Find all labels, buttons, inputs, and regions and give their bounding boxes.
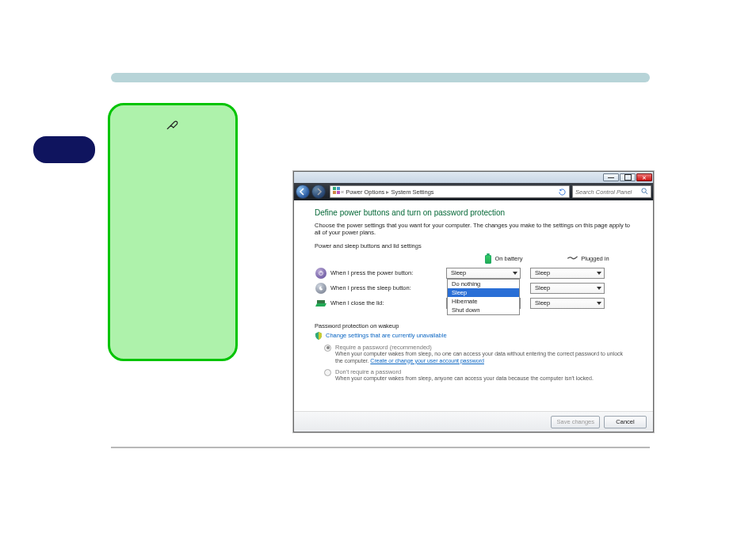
change-unavailable-link[interactable]: Change settings that are currently unava… — [326, 332, 447, 339]
password-section-head: Password protection on wakeup — [315, 322, 632, 329]
control-panel-icon — [333, 187, 341, 196]
sidebar-pill — [33, 136, 95, 163]
power-button-icon — [315, 267, 327, 280]
col-on-battery: On battery — [462, 254, 546, 264]
sleep-button-icon — [315, 282, 327, 295]
radio-dont-head: Don't require a password — [335, 368, 594, 375]
sleep-plugged-value: Sleep — [535, 284, 550, 291]
row-power-label: When I press the power button: — [330, 269, 446, 276]
system-settings-window: « Power Options ▸ System Settings Search… — [293, 171, 654, 432]
breadcrumb-sep: ▸ — [386, 188, 389, 196]
search-placeholder: Search Control Panel — [575, 188, 632, 196]
shield-icon — [315, 332, 323, 340]
lid-plugged-value: Sleep — [535, 299, 550, 306]
page-title: Define power buttons and turn on passwor… — [315, 208, 632, 217]
radio-require-password: Require a password (recommended) When yo… — [324, 344, 632, 365]
battery-icon — [485, 254, 491, 264]
option-hibernate[interactable]: Hibernate — [448, 297, 519, 306]
minimize-button[interactable] — [603, 173, 619, 181]
refresh-icon[interactable] — [557, 188, 567, 196]
lid-icon — [315, 297, 327, 310]
svg-rect-3 — [337, 191, 340, 194]
svg-rect-1 — [337, 187, 340, 190]
breadcrumb-bar[interactable]: « Power Options ▸ System Settings — [330, 185, 570, 198]
svg-rect-2 — [333, 191, 336, 194]
radio-dont-require: Don't require a password When your compu… — [324, 368, 632, 383]
section-head: Power and sleep buttons and lid settings — [315, 242, 632, 249]
radio-require-input — [324, 345, 331, 352]
content-area: Define power buttons and turn on passwor… — [294, 200, 653, 393]
maximize-button[interactable] — [620, 173, 636, 181]
dialog-footer: Save changes Cancel — [294, 411, 653, 432]
forward-button[interactable] — [311, 185, 326, 199]
breadcrumb-sep: « — [341, 188, 344, 196]
save-button[interactable]: Save changes — [551, 416, 600, 428]
create-password-link[interactable]: Create or change your user account passw… — [370, 358, 484, 364]
col-battery-label: On battery — [494, 255, 522, 262]
plug-icon — [567, 254, 578, 264]
svg-line-5 — [646, 192, 648, 194]
breadcrumb-2[interactable]: System Settings — [391, 188, 433, 196]
radio-dont-require-input — [324, 369, 331, 376]
back-button[interactable] — [296, 185, 310, 199]
page-top-divider — [111, 73, 650, 82]
columns-header: On battery Plugged in — [330, 254, 632, 264]
col-plugged-in: Plugged in — [546, 254, 630, 264]
cancel-button[interactable]: Cancel — [604, 416, 647, 428]
chevron-down-icon — [597, 287, 601, 290]
power-battery-value: Sleep — [451, 269, 466, 276]
row-lid-label: When I close the lid: — [330, 299, 446, 306]
close-button[interactable] — [636, 173, 652, 181]
power-plugged-value: Sleep — [535, 269, 550, 276]
breadcrumb-1[interactable]: Power Options — [346, 188, 384, 196]
page-desc: Choose the power settings that you want … — [315, 222, 632, 237]
radio-require-body: When your computer wakes from sleep, no … — [335, 351, 628, 365]
window-titlebar — [294, 172, 653, 183]
page-bottom-divider — [111, 447, 650, 448]
pin-icon — [166, 116, 180, 134]
search-input[interactable]: Search Control Panel — [572, 185, 651, 198]
option-sleep[interactable]: Sleep — [448, 288, 519, 297]
chevron-down-icon — [513, 272, 517, 275]
note-callout — [108, 103, 238, 361]
chevron-down-icon — [597, 302, 601, 305]
radio-require-head: Require a password (recommended) — [335, 344, 628, 351]
col-plugged-label: Plugged in — [581, 255, 609, 262]
radio-dont-body: When your computer wakes from sleep, any… — [335, 375, 594, 383]
option-shut-down[interactable]: Shut down — [448, 306, 519, 314]
svg-rect-0 — [333, 187, 336, 190]
sleep-plugged-select[interactable]: Sleep — [530, 283, 605, 294]
option-do-nothing[interactable]: Do nothing — [448, 280, 519, 288]
lid-plugged-select[interactable]: Sleep — [530, 298, 605, 309]
power-battery-options: Do nothing Sleep Hibernate Shut down — [447, 279, 520, 315]
row-sleep-label: When I press the sleep button: — [330, 284, 446, 291]
power-battery-select[interactable]: Sleep Do nothing Sleep Hibernate Shut do… — [446, 268, 521, 279]
chevron-down-icon — [597, 272, 601, 275]
search-icon — [641, 188, 648, 196]
power-plugged-select[interactable]: Sleep — [530, 268, 605, 279]
password-section: Password protection on wakeup Change set… — [315, 322, 632, 383]
svg-point-4 — [642, 188, 646, 192]
row-power-button: When I press the power button: Sleep Do … — [315, 267, 632, 280]
explorer-navbar: « Power Options ▸ System Settings Search… — [294, 183, 653, 200]
change-unavailable-link-row: Change settings that are currently unava… — [315, 332, 632, 340]
